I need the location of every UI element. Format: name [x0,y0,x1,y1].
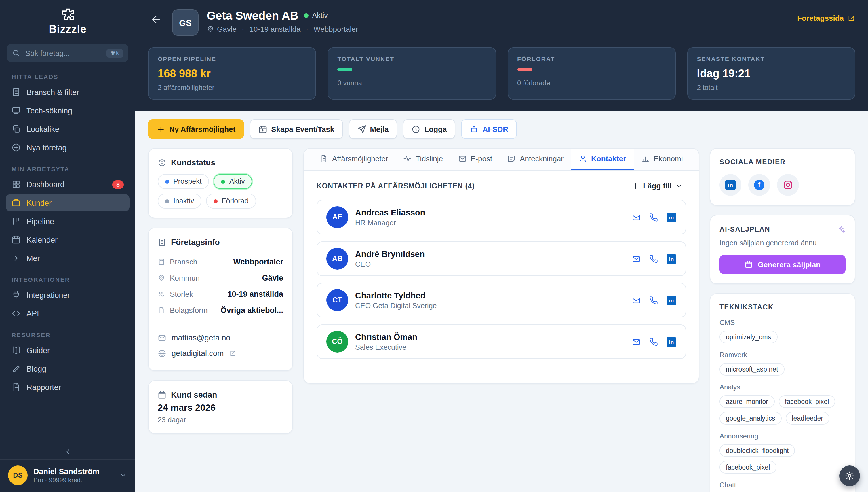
status-pill-inaktiv[interactable]: Inaktiv [158,194,202,208]
sidebar-item-blogg[interactable]: Blogg [6,360,130,377]
app-logo: Bizzzle [0,0,135,38]
phone-icon[interactable] [649,296,658,304]
linkedin-icon[interactable]: in [666,254,676,264]
company-search[interactable]: ⌘K [7,44,128,62]
customer-since-card: Kund sedan 24 mars 2026 23 dagar [148,380,293,434]
linkedin-icon[interactable]: in [666,295,676,305]
section-label-resurser: RESURSER [11,331,124,338]
contact-title: CEO [355,260,425,268]
sidebar-item-guider[interactable]: Guider [6,342,130,359]
report-icon [11,383,21,392]
sidebar-item-kunder[interactable]: Kunder [6,194,130,212]
company-website[interactable]: getadigital.com [158,346,283,361]
sidebar-item-api[interactable]: API [6,305,130,322]
ai-sdr-button[interactable]: AI-SDR [461,119,517,139]
tab-affarsmojligheter[interactable]: Affärsmöjligheter [312,149,396,170]
linkedin-button[interactable]: in [719,174,741,196]
sidebar-item-mer[interactable]: Mer [6,249,130,267]
sidebar-item-label: Nya företag [26,143,67,152]
generate-plan-button[interactable]: Generera säljplan [719,255,846,274]
linkedin-icon[interactable]: in [666,212,676,222]
stat-label: SENASTE KONTAKT [697,55,846,62]
calendar-plus-icon [259,125,267,133]
contact-title: CEO Geta Digital Sverige [355,302,437,310]
sparkles-icon[interactable] [837,225,846,233]
tab-tidslinje[interactable]: Tidslinje [396,149,450,170]
section-label-min-arbetsyta: MIN ARBETSYTA [11,165,124,172]
sidebar-item-label: Dashboard [26,180,64,189]
info-row-kommun: Kommun Gävle [158,270,283,286]
tech-chip: doubleclick_floodlight [719,444,795,457]
puzzle-logo-icon [60,7,75,22]
company-email[interactable]: mattias@geta.no [158,330,283,346]
tech-stack-title: TEKNIKSTACK [719,303,846,311]
calendar-icon [11,235,21,244]
envelope-icon[interactable] [632,337,641,346]
add-contact-button[interactable]: Lägg till [628,181,686,191]
tab-epost[interactable]: E-post [450,149,500,170]
user-menu[interactable]: DS Daniel Sandström Pro · 99999 kred. [0,459,135,492]
company-status: Aktiv [304,11,328,20]
sidebar-item-tech-sokning[interactable]: Tech-sökning [6,102,130,119]
status-pill-aktiv[interactable]: Aktiv [214,174,253,189]
contact-row[interactable]: AB André Brynildsen CEO in [317,241,686,276]
status-pill-forlorad[interactable]: Förlorad [206,194,256,208]
status-pill-prospekt[interactable]: Prospekt [158,174,209,189]
company-meta: Gävle 10-19 anställda Webbportaler [207,25,358,33]
copy-icon [11,124,21,134]
sidebar-item-label: API [26,309,39,318]
plus-icon [157,125,165,133]
plus-icon [631,182,639,190]
sidebar-item-lookalike[interactable]: Lookalike [6,120,130,138]
envelope-icon[interactable] [632,213,641,222]
new-opportunity-button[interactable]: Ny Affärsmöjlighet [148,119,244,139]
stat-label: FÖRLORAT [517,55,666,62]
company-page-link[interactable]: Företagssida [797,9,855,22]
search-input[interactable] [24,48,103,58]
phone-icon[interactable] [649,254,658,263]
back-button[interactable] [148,9,164,30]
facebook-button[interactable]: f [748,174,770,196]
book-icon [11,346,21,355]
sidebar-item-label: Integrationer [26,291,70,299]
contact-row[interactable]: CÖ Christian Öman Sales Executive in [317,324,686,359]
user-plan: Pro · 99999 kred. [33,477,100,484]
contact-row[interactable]: AE Andreas Eliasson HR Manager in [317,200,686,235]
calendar-icon [158,390,166,399]
sidebar-item-kalender[interactable]: Kalender [6,231,130,248]
mail-button[interactable]: Mejla [348,119,397,139]
sidebar-collapse-button[interactable] [0,444,135,459]
create-event-button[interactable]: Skapa Event/Task [250,119,343,139]
target-icon [158,158,166,167]
pipeline-bars-icon [11,217,21,226]
tab-ekonomi[interactable]: Ekonomi [633,149,690,170]
contact-row[interactable]: CT Charlotte Tyldhed CEO Geta Digital Sv… [317,283,686,317]
contact-avatar: CT [326,289,348,311]
sidebar-item-integrationer[interactable]: Integrationer [6,286,130,303]
tab-anteckningar[interactable]: Anteckningar [500,149,571,170]
tab-kontakter[interactable]: Kontakter [571,149,633,170]
log-button[interactable]: Logga [403,119,455,139]
company-status-label: Aktiv [312,11,328,20]
building-icon [158,238,166,246]
envelope-icon[interactable] [632,254,641,263]
tech-chip: optimizely_cms [719,331,777,343]
sidebar-item-pipeline[interactable]: Pipeline [6,213,130,230]
phone-icon[interactable] [649,213,658,222]
settings-fab[interactable] [839,466,860,486]
sidebar-item-nya-foretag[interactable]: Nya företag [6,139,130,156]
instagram-button[interactable] [777,174,799,196]
sidebar-item-dashboard[interactable]: Dashboard 8 [6,176,130,193]
customer-since-duration: 23 dagar [158,416,283,424]
location-pin-icon [207,25,214,33]
tech-stack-card: TEKNIKSTACK CMS optimizely_cms Ramverk m… [710,293,855,492]
sidebar-item-bransch-filter[interactable]: Bransch & filter [6,83,130,101]
stat-sub: 0 förlorade [517,79,666,87]
linkedin-icon[interactable]: in [666,337,676,347]
phone-icon[interactable] [649,337,658,346]
envelope-icon[interactable] [632,296,641,304]
stat-card-lost: FÖRLORAT 0 förlorade [507,47,676,100]
location-pin-icon [158,274,165,281]
sidebar-item-rapporter[interactable]: Rapporter [6,378,130,396]
company-name: Geta Sweden AB [207,10,298,21]
